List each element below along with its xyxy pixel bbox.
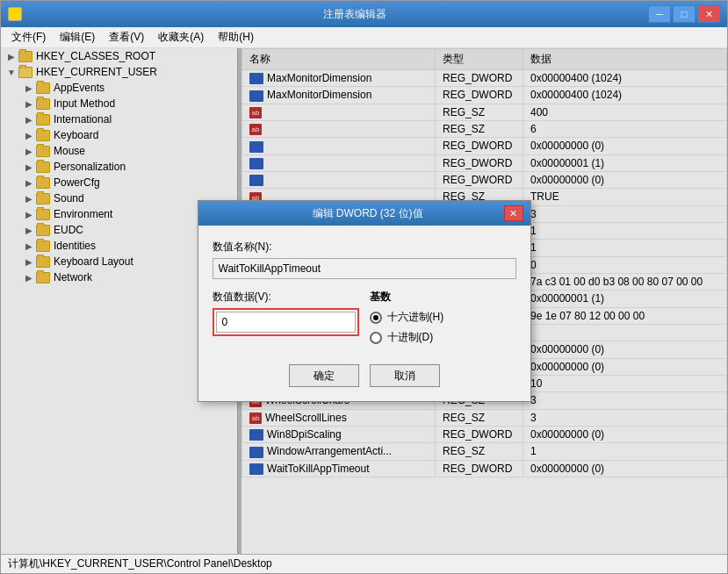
maximize-button[interactable]: □ xyxy=(673,5,696,23)
dialog-name-label: 数值名称(N): xyxy=(213,240,516,255)
dialog-name-input[interactable] xyxy=(213,258,516,279)
menu-favorites[interactable]: 收藏夹(A) xyxy=(151,28,211,47)
dialog-cancel-button[interactable]: 取消 xyxy=(370,364,440,387)
edit-dword-dialog: 编辑 DWORD (32 位)值 ✕ 数值名称(N): 数值数据(V): xyxy=(198,200,531,402)
close-button[interactable]: ✕ xyxy=(697,5,720,23)
title-bar: 注册表编辑器 ─ □ ✕ xyxy=(1,1,727,27)
minimize-button[interactable]: ─ xyxy=(648,5,671,23)
radio-hex-label: 十六进制(H) xyxy=(387,310,444,325)
dialog-value-label: 数值数据(V): xyxy=(213,290,359,305)
main-window: 注册表编辑器 ─ □ ✕ 文件(F) 编辑(E) 查看(V) 收藏夹(A) 帮助… xyxy=(0,0,728,574)
dialog-row: 数值数据(V): 基数 十六进制(H) xyxy=(213,290,516,350)
menu-view[interactable]: 查看(V) xyxy=(102,28,151,47)
dialog-title-text: 编辑 DWORD (32 位)值 xyxy=(232,206,504,221)
dialog-value-input[interactable] xyxy=(216,312,356,333)
radio-dec-circle[interactable] xyxy=(370,332,382,344)
menu-edit[interactable]: 编辑(E) xyxy=(53,28,102,47)
dialog-ok-button[interactable]: 确定 xyxy=(289,364,359,387)
menu-bar: 文件(F) 编辑(E) 查看(V) 收藏夹(A) 帮助(H) xyxy=(1,27,727,48)
window-title: 注册表编辑器 xyxy=(61,7,648,22)
dialog-buttons: 确定 取消 xyxy=(213,364,516,387)
dialog-title-bar: 编辑 DWORD (32 位)值 ✕ xyxy=(198,201,530,226)
dialog-base-label: 基数 xyxy=(370,290,516,305)
menu-help[interactable]: 帮助(H) xyxy=(211,28,261,47)
radio-dec-row[interactable]: 十进制(D) xyxy=(370,330,516,345)
title-bar-buttons: ─ □ ✕ xyxy=(648,5,720,23)
dialog-close-button[interactable]: ✕ xyxy=(504,205,523,221)
main-content: ▶ HKEY_CLASSES_ROOT ▼ HKEY_CURRENT_USER … xyxy=(1,48,727,554)
dialog-body: 数值名称(N): 数值数据(V): 基数 xyxy=(198,226,530,401)
radio-hex-circle[interactable] xyxy=(370,312,382,324)
radio-dec-label: 十进制(D) xyxy=(387,330,434,345)
app-icon xyxy=(8,7,22,21)
dialog-base-section: 基数 十六进制(H) 十进制(D) xyxy=(370,290,516,350)
dialog-overlay: 编辑 DWORD (32 位)值 ✕ 数值名称(N): 数值数据(V): xyxy=(1,48,727,554)
status-bar: 计算机\HKEY_CURRENT_USER\Control Panel\Desk… xyxy=(1,554,727,573)
dialog-value-section: 数值数据(V): xyxy=(213,290,359,336)
radio-hex-row[interactable]: 十六进制(H) xyxy=(370,310,516,325)
dialog-value-input-wrap xyxy=(213,308,359,336)
menu-file[interactable]: 文件(F) xyxy=(4,28,53,47)
status-text: 计算机\HKEY_CURRENT_USER\Control Panel\Desk… xyxy=(8,556,272,571)
